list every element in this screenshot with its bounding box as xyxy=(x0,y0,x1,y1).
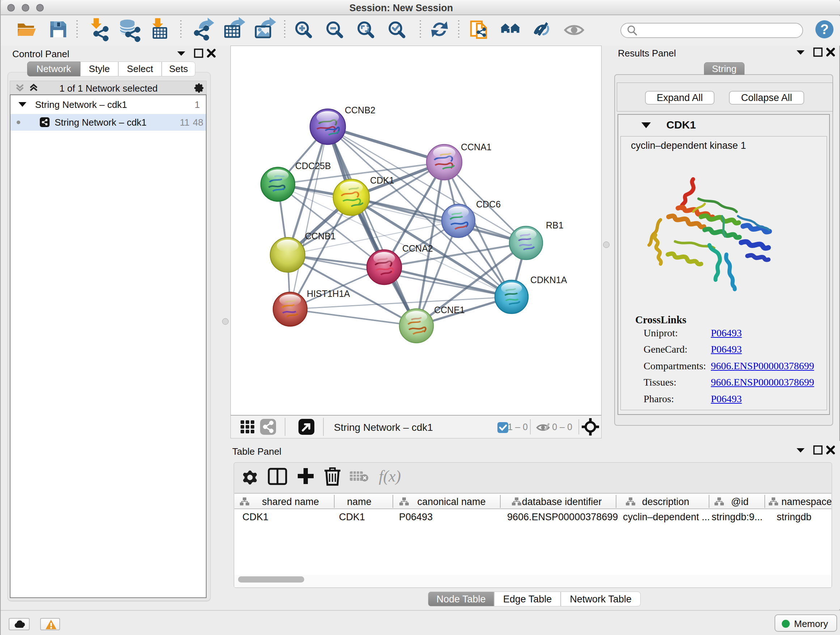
svg-text:String Network – cdk1: String Network – cdk1 xyxy=(334,422,433,433)
svg-text:CCNA2: CCNA2 xyxy=(402,243,433,253)
svg-text:CDC6: CDC6 xyxy=(476,199,501,209)
svg-text:name: name xyxy=(347,496,371,507)
svg-text:RB1: RB1 xyxy=(546,220,564,230)
svg-text:description: description xyxy=(642,496,690,507)
svg-text:CCNE1: CCNE1 xyxy=(434,305,465,315)
svg-text:f(x): f(x) xyxy=(379,467,401,485)
svg-text:?: ? xyxy=(820,22,829,37)
svg-text:1 – 0: 1 – 0 xyxy=(508,422,528,432)
svg-text:namespace: namespace xyxy=(782,496,831,507)
svg-text:database identifier: database identifier xyxy=(522,496,602,507)
svg-text:CDC25B: CDC25B xyxy=(295,161,331,171)
svg-text:CCNB1: CCNB1 xyxy=(305,231,336,241)
svg-text:CDK1: CDK1 xyxy=(370,175,394,185)
svg-text:0 – 0: 0 – 0 xyxy=(552,422,572,432)
svg-text:@id: @id xyxy=(731,496,748,507)
svg-text:CCNA1: CCNA1 xyxy=(461,142,492,152)
svg-text:CCNB2: CCNB2 xyxy=(345,105,376,115)
svg-text:HIST1H1A: HIST1H1A xyxy=(307,288,350,299)
svg-text:canonical name: canonical name xyxy=(417,496,485,507)
svg-text:CDKN1A: CDKN1A xyxy=(531,275,567,285)
svg-text:shared name: shared name xyxy=(262,496,319,507)
